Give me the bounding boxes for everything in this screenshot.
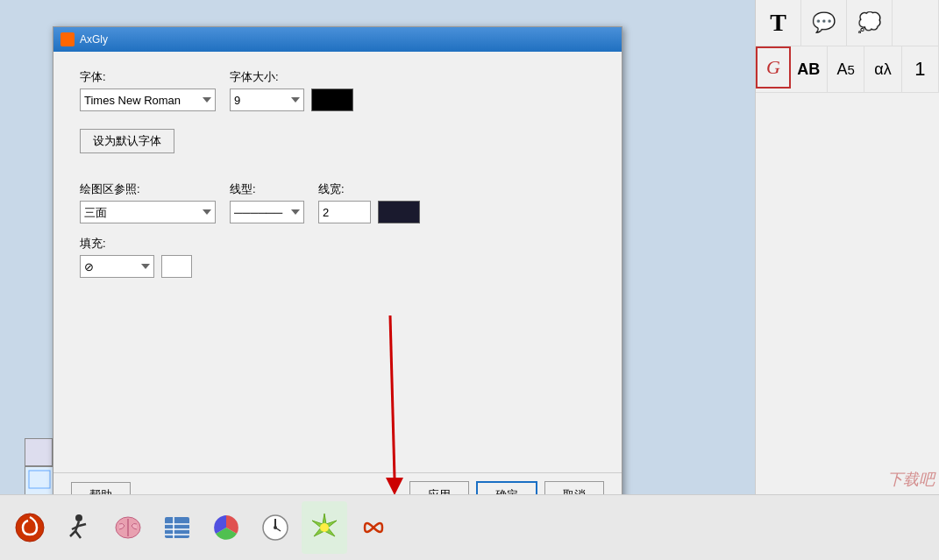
- fill-label: 填充:: [80, 237, 106, 250]
- fontsize-group: 字体大小: 9: [230, 69, 353, 111]
- linewidth-label: 线宽:: [318, 181, 420, 197]
- text-T-panel-icon[interactable]: T: [756, 0, 801, 46]
- taskbar-icon-clock[interactable]: [253, 501, 298, 554]
- fontsize-label: 字体大小:: [230, 69, 353, 85]
- default-font-button[interactable]: 设为默认字体: [80, 129, 174, 153]
- taskbar-icon-swirl[interactable]: [7, 501, 53, 554]
- drawing-ref-select[interactable]: 三面: [80, 201, 216, 223]
- drawing-row: 绘图区参照: 三面 线型: ────── 线宽: 2: [80, 181, 595, 223]
- list-icon: [161, 512, 193, 543]
- app-icon: [60, 32, 75, 46]
- font-group: 字体: Times New Roman: [80, 69, 216, 111]
- dialog-titlebar: AxGly: [53, 27, 622, 52]
- taskbar: [0, 494, 939, 560]
- font-color-box[interactable]: [311, 89, 353, 111]
- number-1-icon[interactable]: 1: [902, 46, 939, 92]
- taskbar-icon-list[interactable]: [154, 501, 200, 554]
- right-panel-row-1: T 💬 💭: [756, 0, 939, 46]
- clock-icon: [260, 512, 291, 543]
- chat-bubble2-icon[interactable]: 💭: [847, 0, 893, 46]
- pie-chart-icon: [210, 512, 242, 543]
- star-spike-icon: [309, 512, 340, 543]
- fill-select[interactable]: ⊘: [80, 255, 154, 278]
- thumbnail-window-top: [25, 438, 53, 466]
- dialog-content: 字体: Times New Roman 字体大小: 9 设为默认字体: [53, 52, 622, 472]
- loop-icon: [358, 512, 389, 543]
- person-run-icon: [63, 512, 95, 543]
- svg-point-24: [320, 523, 329, 532]
- fontsize-select[interactable]: 9: [230, 89, 304, 111]
- taskbar-icon-brain[interactable]: [105, 501, 151, 554]
- svg-line-10: [79, 524, 86, 526]
- G-glyph-icon[interactable]: G: [756, 46, 791, 89]
- empty-icon: [893, 0, 939, 46]
- svg-point-5: [75, 514, 82, 521]
- swirl-icon: [14, 512, 46, 543]
- linetype-label: 线型:: [230, 181, 304, 197]
- linewidth-input[interactable]: 2: [318, 201, 371, 223]
- font-label: 字体:: [80, 69, 216, 85]
- taskbar-icon-person-run[interactable]: [56, 501, 102, 554]
- taskbar-icon-pie-chart[interactable]: [203, 501, 249, 554]
- alpha-lambda-icon[interactable]: αλ: [864, 46, 901, 92]
- watermark: 下载吧: [887, 469, 935, 490]
- drawing-ref-label: 绘图区参照:: [80, 181, 216, 197]
- drawing-ref-group: 绘图区参照: 三面: [80, 181, 216, 223]
- linetype-group: 线型: ──────: [230, 181, 304, 223]
- AB-icon[interactable]: AB: [791, 46, 828, 92]
- taskbar-icon-star[interactable]: [302, 501, 347, 554]
- taskbar-icon-loop[interactable]: [351, 501, 396, 554]
- font-select[interactable]: Times New Roman: [80, 89, 216, 111]
- chat-bubble-icon[interactable]: 💬: [801, 0, 847, 46]
- line-color-box[interactable]: [378, 201, 420, 223]
- svg-line-8: [75, 531, 81, 538]
- default-font-row: 设为默认字体: [80, 124, 595, 153]
- svg-point-22: [274, 526, 277, 529]
- app-title: AxGly: [80, 33, 108, 46]
- svg-line-7: [70, 531, 75, 536]
- thumbnail-window-bottom: [25, 466, 53, 494]
- linetype-select[interactable]: ──────: [230, 201, 304, 223]
- fill-color-box[interactable]: [161, 255, 192, 278]
- fill-row: 填充: ⊘: [80, 236, 595, 278]
- linewidth-group: 线宽: 2: [318, 181, 420, 223]
- font-row: 字体: Times New Roman 字体大小: 9: [80, 69, 595, 111]
- svg-rect-0: [25, 467, 53, 495]
- brain-icon: [112, 512, 144, 543]
- right-panel-row-2: G AB A5 αλ 1: [756, 46, 939, 93]
- right-panel: T 💬 💭 G AB A5 αλ 1: [755, 0, 939, 494]
- A5-subscript-icon[interactable]: A5: [828, 46, 864, 92]
- dialog-window: AxGly 字体: Times New Roman 字体大小: 9: [53, 26, 622, 517]
